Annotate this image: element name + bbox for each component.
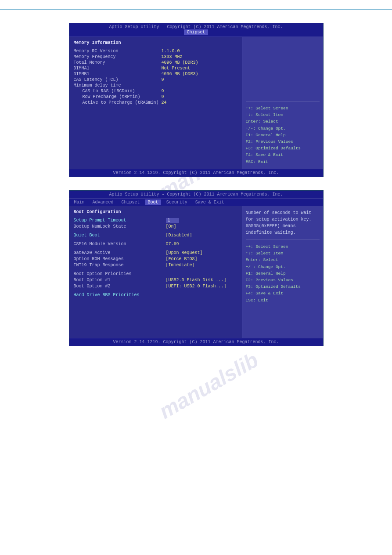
boot-label-hdd-bbs[interactable]: Hard Drive BBS Priorities — [74, 293, 166, 297]
info-label-1: Memory Frequency — [74, 54, 162, 59]
boot-input-timeout[interactable]: 1 — [166, 218, 179, 223]
help-line-5: F2: Previous Values — [246, 138, 320, 145]
info-value-7: 9 — [162, 89, 164, 94]
sidebar-divider-2 — [246, 239, 320, 240]
info-row-1: Memory Frequency 1333 MHz — [74, 54, 237, 59]
bios-title-2: Aptio Setup Utility - Copyright (C) 2011… — [109, 192, 283, 197]
boot-row-hdd-bbs: Hard Drive BBS Priorities — [74, 293, 237, 297]
info-row-8: Row Precharge (tRPmin) 9 — [74, 94, 237, 99]
info-row-2: Total Memory 4096 MB (DDR3) — [74, 60, 237, 65]
help2-line-4: F1: General Help — [246, 270, 320, 277]
info-row-0: Memory RC Version 1.1.0.0 — [74, 49, 237, 54]
bios-screen-2: Aptio Setup Utility - Copyright (C) 2011… — [69, 190, 324, 346]
help2-line-0: ++: Select Screen — [246, 243, 320, 250]
bios-footer-1: Version 2.14.1219. Copyright (C) 2011 Am… — [69, 169, 323, 177]
bios-header-2: Aptio Setup Utility - Copyright (C) 2011… — [69, 191, 323, 199]
bios-main-1: Memory Information Memory RC Version 1.1… — [69, 37, 242, 169]
help2-line-6: F3: Optimized Defaults — [246, 283, 320, 290]
info-label-0: Memory RC Version — [74, 49, 162, 54]
sidebar-desc-2: Number of seconds to wait for setup acti… — [246, 210, 320, 236]
bios-footer-2: Version 2.14.1219. Copyright (C) 2011 Am… — [69, 338, 323, 346]
info-value-1: 1333 MHz — [162, 54, 183, 59]
boot-value-quietboot: [Disabled] — [166, 233, 192, 238]
boot-row-gatea20: GateA20 Active [Upon Request] — [74, 250, 237, 255]
bios-title-1: Aptio Setup Utility - Copyright (C) 2011… — [109, 25, 283, 29]
footer-text-2: Version 2.14.1219. Copyright (C) 2011 Am… — [113, 340, 279, 345]
info-label-7: CAS to RAS (tRCDmin) — [74, 89, 162, 94]
page-container: manualslib manualslib Aptio Setup Utilit… — [0, 0, 392, 368]
boot-label-optrom: Option ROM Messages — [74, 257, 166, 261]
help2-line-5: F2: Previous Values — [246, 277, 320, 283]
boot-label-quietboot[interactable]: Quiet Boot — [74, 233, 166, 238]
help-line-0: ++: Select Screen — [246, 105, 320, 112]
bios-body-1: Memory Information Memory RC Version 1.1… — [69, 37, 323, 169]
boot-value-int19: [Immediate] — [166, 263, 195, 268]
boot-label-numlock: Bootup NumLock State — [74, 224, 166, 229]
boot-row-priorities-title: Boot Option Priorities — [74, 272, 237, 276]
info-label-9: Active to Precharge (tRASmin) — [74, 100, 162, 105]
boot-label-int19: INT19 Trap Response — [74, 263, 166, 268]
nav-boot[interactable]: Boot — [145, 200, 161, 205]
boot-label-opt1: Boot Option #1 — [74, 278, 166, 283]
help-line-4: F1: General Help — [246, 132, 320, 138]
info-value-4: 4096 MB (DDR3) — [162, 72, 198, 76]
footer-text-1: Version 2.14.1219. Copyright (C) 2011 Am… — [113, 170, 279, 175]
info-value-3: Not Present — [162, 66, 191, 71]
screen1-wrapper: Aptio Setup Utility - Copyright (C) 2011… — [0, 23, 392, 177]
help-line-1: ↑↓: Select Item — [246, 112, 320, 118]
boot-value-optrom: [Force BIOS] — [166, 257, 198, 261]
bios-nav-2: Main Advanced Chipset Boot Security Save… — [69, 199, 323, 206]
boot-value-opt1: [USB2.0 Flash Disk ...] — [166, 278, 227, 283]
info-label-6: Minimum delay time — [74, 83, 162, 88]
boot-value-gatea20: [Upon Request] — [166, 250, 203, 255]
info-row-5: CAS Latency (TCL) 9 — [74, 77, 237, 82]
nav-security[interactable]: Security — [164, 200, 190, 205]
boot-row-int19: INT19 Trap Response [Immediate] — [74, 263, 237, 268]
boot-value-opt2: [UEFI: USB2.0 Flash...] — [166, 284, 227, 289]
boot-row-numlock: Bootup NumLock State [On] — [74, 224, 237, 229]
help2-line-7: F4: Save & Exit — [246, 290, 320, 297]
help-line-6: F3: Optimized Defaults — [246, 145, 320, 152]
sidebar-divider-1 — [246, 101, 320, 102]
boot-row-quietboot: Quiet Boot [Disabled] — [74, 233, 237, 238]
section-title-2: Boot Configuration — [74, 210, 237, 214]
help2-line-2: Enter: Select — [246, 257, 320, 263]
help2-line-1: ↑↓: Select Item — [246, 250, 320, 257]
active-tab-1[interactable]: Chipset — [184, 29, 208, 35]
info-row-9: Active to Precharge (tRASmin) 24 — [74, 100, 237, 105]
boot-label-csm16: CSM16 Module Version — [74, 242, 166, 247]
top-decorative-line — [0, 9, 392, 10]
sidebar-help-2: ++: Select Screen ↑↓: Select Item Enter:… — [246, 243, 320, 304]
boot-row-csm16: CSM16 Module Version 07.69 — [74, 242, 237, 247]
info-label-2: Total Memory — [74, 60, 162, 65]
boot-row-opt1: Boot Option #1 [USB2.0 Flash Disk ...] — [74, 278, 237, 283]
section-title-1: Memory Information — [74, 40, 237, 45]
info-label-8: Row Precharge (tRPmin) — [74, 94, 162, 99]
nav-chipset[interactable]: Chipset — [119, 200, 143, 205]
bios-body-2: Boot Configuration Setup Prompt Timeout … — [69, 206, 323, 338]
info-row-6: Minimum delay time — [74, 83, 237, 88]
bios-sidebar-2: Number of seconds to wait for setup acti… — [242, 206, 323, 338]
boot-row-timeout: Setup Prompt Timeout 1 — [74, 218, 237, 223]
info-value-2: 4096 MB (DDR3) — [162, 60, 198, 65]
boot-value-csm16: 07.69 — [166, 242, 179, 247]
boot-label-gatea20: GateA20 Active — [74, 250, 166, 255]
info-label-4: DIMMB1 — [74, 72, 162, 76]
help-line-7: F4: Save & Exit — [246, 152, 320, 158]
bios-main-2: Boot Configuration Setup Prompt Timeout … — [69, 206, 242, 338]
help-line-3: +/-: Change Opt. — [246, 125, 320, 132]
nav-advanced[interactable]: Advanced — [90, 200, 116, 205]
nav-main[interactable]: Main — [72, 200, 87, 205]
boot-label-timeout: Setup Prompt Timeout — [74, 218, 166, 223]
boot-value-numlock: [On] — [166, 224, 176, 229]
help-line-2: Enter: Select — [246, 118, 320, 125]
boot-label-priorities-title: Boot Option Priorities — [74, 272, 166, 276]
sidebar-help-1: ++: Select Screen ↑↓: Select Item Enter:… — [246, 105, 320, 165]
bios-screen-1: Aptio Setup Utility - Copyright (C) 2011… — [69, 23, 324, 177]
help2-line-3: +/-: Change Opt. — [246, 264, 320, 270]
boot-row-opt2: Boot Option #2 [UEFI: USB2.0 Flash...] — [74, 284, 237, 289]
help2-line-8: ESC: Exit — [246, 297, 320, 304]
nav-save-exit[interactable]: Save & Exit — [193, 200, 227, 205]
info-value-9: 24 — [162, 100, 167, 105]
info-value-0: 1.1.0.0 — [162, 49, 180, 54]
